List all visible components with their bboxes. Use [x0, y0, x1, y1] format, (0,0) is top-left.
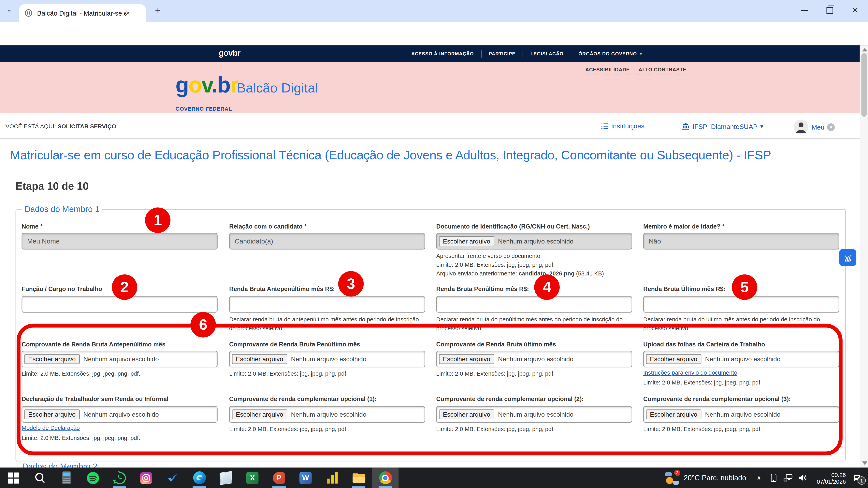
file-status: Nenhum arquivo escolhido — [498, 238, 574, 245]
taskbar-icon-calculator[interactable] — [53, 467, 80, 488]
annotation-circle-3: 3 — [338, 271, 364, 297]
word-icon: W — [300, 471, 312, 484]
scroll-down-icon[interactable] — [862, 461, 867, 465]
taskbar-tray: 2 20°C Parc. nublado ∧ 00:2607/01/2026 1 — [665, 467, 868, 488]
renda-penultimo-input[interactable] — [436, 296, 632, 313]
avatar[interactable] — [794, 120, 808, 134]
edge-icon — [193, 471, 206, 484]
annotation-circle-1: 1 — [145, 207, 170, 233]
taskbar-start-button[interactable] — [0, 467, 27, 488]
notification-badge: 1 — [858, 476, 866, 485]
taskbar-search-button[interactable] — [27, 467, 53, 488]
relacao-input: Candidato(a) — [229, 233, 425, 250]
annotation-rectangle — [17, 324, 842, 455]
choose-file-button[interactable]: Escolher arquivo — [439, 236, 494, 246]
annotation-circle-4: 4 — [534, 274, 560, 300]
user-menu-label: Meu — [812, 123, 825, 131]
nav-link-legislacao[interactable]: LEGISLAÇÃO — [523, 51, 571, 56]
search-icon — [34, 471, 46, 484]
taskbar-icon-edge[interactable] — [186, 467, 213, 488]
accessibility-link[interactable]: ACESSIBILIDADE — [585, 67, 630, 72]
running-indicator — [352, 486, 365, 488]
minimize-button[interactable] — [792, 0, 817, 21]
govbr-navbar: govbr ACESSO À INFORMAÇÃO PARTICIPE LEGI… — [0, 45, 868, 62]
tab-search-chevron-icon[interactable]: ⌄ — [6, 5, 12, 12]
screen: ⌄ Balcão Digital - Matricular-se e × + ×… — [0, 0, 868, 488]
chrome-icon — [379, 471, 392, 484]
date-text: 07/01/2026 — [817, 478, 846, 484]
taskbar-icon-photos[interactable] — [213, 467, 239, 488]
relacao-value: Candidato(a) — [235, 237, 273, 245]
documento-label: Documento de Identificação (RG/CNH ou Ce… — [436, 223, 590, 230]
chevron-down-icon: ▾ — [640, 51, 642, 56]
taskbar-icon-chrome[interactable] — [372, 467, 399, 488]
scroll-up-icon[interactable] — [862, 48, 867, 52]
taskbar-icon-whatsapp[interactable] — [106, 467, 133, 488]
weather-icon[interactable]: 2 — [665, 470, 680, 485]
step-indicator: Etapa 10 de 10 — [16, 181, 89, 193]
window-controls: × — [792, 0, 868, 21]
weather-desc: Parc. nublado — [702, 474, 746, 482]
close-tab-icon[interactable]: × — [126, 9, 130, 17]
breadcrumb-current: SOLICITAR SERVIÇO — [58, 123, 116, 130]
tab-title: Balcão Digital - Matricular-se e — [37, 9, 126, 17]
subheader: VOCÊ ESTÁ AQUI:SOLICITAR SERVIÇO Institu… — [0, 113, 868, 139]
minimize-icon — [801, 10, 808, 11]
vlibras-button[interactable] — [839, 249, 856, 266]
globe-icon — [24, 9, 33, 17]
renda-ultimo-label: Renda Bruta Último mês R$: — [643, 286, 725, 292]
scrollbar[interactable] — [860, 45, 868, 467]
fieldset-legend: Dados do Membro 1 — [22, 204, 102, 214]
govbr-logo[interactable]: gov.br GOVERNO FEDERAL — [176, 74, 238, 120]
govbr-navbar-logo[interactable]: govbr — [219, 48, 240, 58]
spotify-icon — [86, 471, 100, 484]
nome-label: Nome * — [22, 223, 42, 230]
tenant-label: IFSP_DiamanteSUAP — [692, 123, 757, 130]
bank-icon — [681, 122, 690, 131]
close-window-button[interactable]: × — [842, 0, 868, 21]
prev-file-size: (53.41 KB) — [575, 270, 604, 276]
nav-link-orgaos[interactable]: ÓRGÃOS DO GOVERNO — [571, 51, 644, 56]
nav-link-acesso[interactable]: ACESSO À INFORMAÇÃO — [404, 51, 481, 56]
running-indicator — [378, 486, 392, 488]
documento-file-input[interactable]: Escolher arquivo Nenhum arquivo escolhid… — [436, 233, 632, 250]
institutions-link[interactable]: Instituições — [601, 122, 645, 130]
folder-icon — [352, 473, 365, 483]
taskbar-icon-file-explorer[interactable] — [345, 467, 372, 488]
speaker-icon[interactable] — [795, 474, 809, 482]
header-divider — [0, 138, 860, 139]
renda-antepenultimo-input[interactable] — [229, 296, 425, 313]
contrast-link[interactable]: ALTO CONTRASTE — [639, 67, 686, 72]
phone-link-icon[interactable] — [766, 473, 781, 483]
tenant-selector[interactable]: IFSP_DiamanteSUAP ▾ — [681, 122, 763, 131]
logo-letter: . — [212, 72, 217, 97]
running-indicator — [193, 486, 206, 488]
new-tab-button[interactable]: + — [155, 5, 161, 15]
nav-link-participe[interactable]: PARTICIPE — [482, 51, 523, 56]
taskbar-icon-powerbi[interactable] — [319, 467, 345, 488]
notification-center-button[interactable]: 1 — [846, 467, 868, 488]
accessibility-links: ACESSIBILIDADE ALTO CONTRASTE — [585, 67, 686, 75]
network-icon[interactable] — [781, 474, 795, 482]
clock[interactable]: 00:2607/01/2026 — [812, 471, 846, 484]
breadcrumb-prefix: VOCÊ ESTÁ AQUI: — [5, 123, 56, 130]
logo-letter: o — [188, 72, 202, 97]
windows-icon — [8, 472, 19, 483]
documento-prev-file: Arquivo enviado anteriormente: candidato… — [436, 269, 632, 278]
annotation-circle-2: 2 — [112, 274, 137, 300]
taskbar-icon-todo[interactable] — [159, 467, 186, 488]
taskbar-icon-spotify[interactable] — [80, 467, 106, 488]
institutions-label: Instituições — [611, 122, 644, 130]
taskbar-icon-word[interactable]: W — [292, 467, 319, 488]
taskbar-icon-instagram[interactable] — [133, 467, 159, 488]
taskbar-icon-powerpoint[interactable]: P — [266, 467, 292, 488]
scrollbar-thumb[interactable] — [861, 53, 867, 117]
whatsapp-icon — [113, 471, 126, 484]
browser-tab[interactable]: Balcão Digital - Matricular-se e × — [19, 4, 146, 22]
user-menu[interactable]: Meu ▾ — [812, 123, 835, 131]
tray-chevron-icon[interactable]: ∧ — [752, 474, 766, 482]
weather-text[interactable]: 20°C Parc. nublado — [684, 474, 746, 482]
chevron-down-icon: ▾ — [760, 123, 764, 130]
restore-button[interactable] — [817, 0, 842, 21]
taskbar-icon-excel[interactable]: X — [239, 467, 266, 488]
